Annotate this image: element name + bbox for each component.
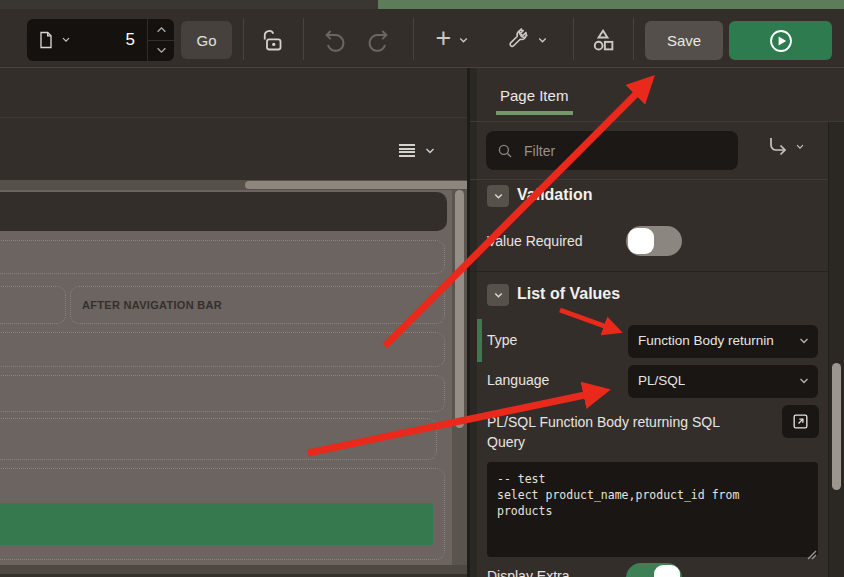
panel-tab-row: Page Item — [470, 68, 844, 122]
toolbar-divider — [413, 18, 414, 60]
display-extra-label: Display Extra — [487, 568, 569, 577]
collapse-lov-button[interactable] — [487, 284, 509, 306]
grid-layout-canvas[interactable]: AFTER NAVIGATION BAR — [0, 190, 467, 565]
stepper-down-icon[interactable] — [148, 41, 174, 62]
canvas-horizontal-scrollbar-thumb[interactable] — [245, 181, 467, 189]
left-pane-header — [0, 68, 467, 118]
page-number-value[interactable]: 5 — [72, 30, 147, 50]
canvas-empty-position[interactable] — [0, 286, 66, 324]
undo-icon[interactable] — [318, 25, 350, 55]
canvas-empty-position[interactable] — [0, 375, 445, 412]
code-editor-label: PL/SQL Function Body returning SQL Query — [487, 412, 757, 452]
run-button[interactable] — [729, 21, 832, 60]
shapes-icon[interactable] — [586, 23, 620, 57]
save-button[interactable]: Save — [645, 21, 723, 60]
type-select-value: Function Body returnin — [638, 333, 774, 348]
wrench-icon — [506, 28, 530, 52]
value-required-toggle[interactable] — [626, 226, 682, 256]
stepper-up-icon[interactable] — [148, 19, 174, 41]
search-icon — [496, 142, 514, 160]
open-code-editor-button[interactable] — [782, 405, 819, 438]
success-banner-edge — [378, 0, 844, 9]
toolbar-divider — [573, 18, 574, 60]
canvas-vertical-scrollbar-thumb[interactable] — [455, 190, 464, 428]
canvas-empty-position[interactable] — [0, 332, 445, 367]
code-editor-textarea[interactable]: -- test select product_name,product_id f… — [487, 462, 818, 557]
validation-section-title: Validation — [517, 186, 593, 204]
collapse-validation-button[interactable] — [487, 185, 509, 207]
changed-indicator — [477, 319, 482, 362]
display-extra-toggle[interactable] — [626, 563, 682, 577]
property-editor-panel: Page Item Validation Value Required List… — [470, 68, 844, 577]
value-required-label: Value Required — [487, 233, 582, 249]
chevron-down-icon — [797, 334, 811, 352]
toolbar-divider — [633, 18, 634, 60]
lov-section-title: List of Values — [517, 285, 620, 303]
tab-active-underline — [496, 111, 573, 115]
unlock-icon[interactable] — [254, 24, 288, 56]
panel-scrollbar[interactable] — [828, 122, 844, 577]
page-selector[interactable]: 5 — [27, 19, 174, 61]
play-icon — [768, 28, 794, 54]
toolbar-divider — [243, 18, 244, 60]
after-navigation-bar-label: AFTER NAVIGATION BAR — [71, 299, 222, 311]
canvas-after-navigation-bar[interactable]: AFTER NAVIGATION BAR — [70, 286, 445, 324]
toggle-knob — [654, 565, 680, 577]
toggle-knob — [628, 228, 654, 254]
panel-filter-row — [470, 122, 844, 180]
create-menu-button[interactable]: + — [428, 22, 478, 58]
chevron-down-icon — [794, 141, 806, 153]
filter-search-box[interactable] — [486, 131, 738, 170]
toolbar-divider — [303, 18, 304, 60]
language-select-value: PL/SQL — [638, 373, 685, 388]
canvas-bottom-strip — [0, 565, 467, 577]
go-button[interactable]: Go — [181, 21, 232, 59]
language-label: Language — [487, 372, 549, 388]
plus-icon: + — [436, 25, 452, 52]
chevron-down-icon — [492, 289, 505, 302]
canvas-selected-item-bar[interactable] — [0, 503, 433, 545]
panel-scrollbar-thumb[interactable] — [832, 363, 841, 490]
utilities-menu-button[interactable] — [502, 22, 552, 58]
toolbar: 5 Go + Save — [0, 9, 844, 68]
type-label: Type — [487, 332, 517, 348]
type-select[interactable]: Function Body returnin — [628, 325, 818, 358]
popout-icon — [791, 412, 810, 431]
top-strip — [0, 0, 378, 9]
goto-group-button[interactable] — [766, 135, 806, 159]
canvas-toolbar-row — [0, 118, 467, 180]
canvas-empty-position[interactable] — [0, 240, 445, 274]
canvas-empty-position[interactable] — [0, 418, 437, 460]
layout-menu-button[interactable] — [399, 144, 415, 157]
canvas-region-bar[interactable] — [0, 192, 447, 231]
chevron-down-icon — [492, 190, 505, 203]
goto-arrow-icon — [766, 135, 790, 159]
chevron-down-icon — [457, 34, 470, 47]
chevron-down-icon[interactable] — [60, 34, 72, 46]
chevron-down-icon — [536, 34, 549, 47]
page-designer: 5 Go + Save — [0, 0, 844, 577]
language-select[interactable]: PL/SQL — [628, 365, 818, 398]
chevron-down-icon[interactable] — [423, 144, 437, 158]
page-icon — [36, 29, 56, 51]
redo-icon[interactable] — [362, 25, 394, 55]
chevron-down-icon — [797, 374, 811, 392]
section-divider — [470, 271, 844, 272]
tab-page-item[interactable]: Page Item — [500, 87, 568, 104]
page-number-stepper[interactable] — [147, 19, 174, 61]
resize-handle-icon[interactable] — [807, 546, 817, 564]
filter-input[interactable] — [514, 143, 738, 159]
